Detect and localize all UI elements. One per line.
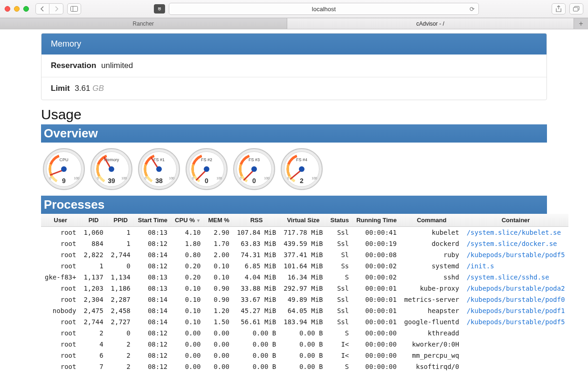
limit-value: 3.61 xyxy=(75,84,90,93)
process-table: UserPIDPPIDStart TimeCPU %MEM %RSSVirtua… xyxy=(41,214,568,375)
address-bar[interactable]: localhost ⟳ xyxy=(169,3,479,15)
column-header[interactable]: PID xyxy=(80,214,107,227)
container-link[interactable]: /system.slice/kubelet.se xyxy=(467,229,561,236)
table-row: root8208:120.000.000.00 B0.00 BI00:00:00… xyxy=(41,372,568,375)
gauge-value: 9 xyxy=(62,177,66,184)
reservation-value: unlimited xyxy=(101,61,133,70)
column-header[interactable]: PPID xyxy=(107,214,134,227)
container-link[interactable]: /kubepods/burstable/podf0 xyxy=(467,296,565,303)
table-row: root1008:120.200.106.85 MiB101.64 MiBSs0… xyxy=(41,260,568,272)
table-row: gke-f83+1,1371,13408:130.200.104.04 MiB1… xyxy=(41,272,568,283)
gauge: 0100FS #42 xyxy=(281,148,323,190)
share-button[interactable] xyxy=(552,3,566,14)
svg-rect-3 xyxy=(574,7,578,11)
container-link[interactable]: /system.slice/sshd.se xyxy=(467,273,549,281)
column-header[interactable]: Command xyxy=(401,214,463,227)
limit-label: Limit xyxy=(51,84,70,93)
limit-unit: GB xyxy=(92,84,104,93)
forward-button[interactable] xyxy=(49,3,63,14)
gauge: 0100FS #20 xyxy=(186,148,228,190)
svg-rect-0 xyxy=(71,7,78,12)
gauge: 0100FS #30 xyxy=(233,148,275,190)
table-row: root884108:121.801.7063.83 MiB439.59 MiB… xyxy=(41,238,568,249)
tab-bar: Rancher cAdvisor - / + xyxy=(0,18,588,29)
gauge: 0100CPU9 xyxy=(43,148,85,190)
container-link[interactable]: /system.slice/docker.se xyxy=(467,240,557,247)
window-controls xyxy=(5,6,29,12)
zoom-window-button[interactable] xyxy=(23,6,29,12)
container-link[interactable]: /kubepods/burstable/poda2 xyxy=(467,285,565,292)
tab-label: cAdvisor - / xyxy=(416,20,444,27)
container-link[interactable]: /kubepods/burstable/podf5 xyxy=(467,251,565,259)
close-window-button[interactable] xyxy=(5,6,10,12)
reservation-label: Reservation xyxy=(51,61,96,70)
minimize-window-button[interactable] xyxy=(14,6,20,12)
back-button[interactable] xyxy=(35,3,49,14)
reload-icon[interactable]: ⟳ xyxy=(470,6,475,13)
table-row: root2,8222,74408:140.802.0074.31 MiB377.… xyxy=(41,249,568,260)
column-header[interactable]: User xyxy=(41,214,80,227)
gauge-value: 0 xyxy=(205,177,208,184)
reservation-row: Reservation unlimited xyxy=(42,55,546,77)
container-link[interactable]: /kubepods/burstable/podf1 xyxy=(467,307,565,314)
gauges-row: 0100CPU90100Memory390100FS #1380100FS #2… xyxy=(41,143,547,196)
gauge-label: FS #4 xyxy=(296,157,307,162)
tab-label: Rancher xyxy=(133,20,154,27)
gauge-value: 39 xyxy=(108,177,115,184)
gauge: 0100Memory39 xyxy=(90,148,132,190)
tabs-button[interactable] xyxy=(569,3,583,14)
table-row: nobody2,4752,45808:140.101.2045.27 MiB64… xyxy=(41,305,568,316)
table-row: root2,3042,28708:140.100.9033.67 MiB49.8… xyxy=(41,294,568,305)
memory-panel: Memory Reservation unlimited Limit 3.61 … xyxy=(41,33,547,100)
new-tab-button[interactable]: + xyxy=(574,18,588,29)
column-header[interactable]: MEM % xyxy=(204,214,233,227)
tab-rancher[interactable]: Rancher xyxy=(0,18,287,29)
usage-heading: Usage xyxy=(41,107,547,123)
column-header[interactable]: RSS xyxy=(233,214,280,227)
table-row: root1,060108:134.102.90107.84 MiB717.78 … xyxy=(41,227,568,239)
table-row: root2008:120.000.000.00 B0.00 BS00:00:00… xyxy=(41,327,568,339)
gauge: 0100FS #138 xyxy=(138,148,180,190)
processes-heading: Processes xyxy=(41,196,547,214)
browser-chrome: ⛨ localhost ⟳ Rancher cAdvisor - / + xyxy=(0,0,588,29)
gauge-value: 0 xyxy=(252,177,256,184)
overview-heading: Overview xyxy=(41,124,547,143)
table-row: root2,7442,72708:140.101.5056.61 MiB183.… xyxy=(41,316,568,327)
url-text: localhost xyxy=(312,6,336,13)
column-header[interactable]: Start Time xyxy=(134,214,171,227)
gauge-label: CPU xyxy=(59,157,68,162)
gauge-label: FS #3 xyxy=(249,157,260,162)
table-row: root6208:120.000.000.00 B0.00 BI<00:00:0… xyxy=(41,350,568,361)
column-header[interactable]: Status xyxy=(327,214,353,227)
tab-cadvisor[interactable]: cAdvisor - / xyxy=(287,18,574,29)
gauge-label: FS #1 xyxy=(153,157,165,162)
column-header[interactable]: Container xyxy=(463,214,569,227)
sidebar-toggle-button[interactable] xyxy=(67,3,81,14)
table-row: root7208:120.000.000.00 B0.00 BS00:00:00… xyxy=(41,361,568,372)
gauge-value: 2 xyxy=(300,177,304,184)
content-blocker-icon[interactable]: ⛨ xyxy=(154,4,165,14)
column-header[interactable]: Virtual Size xyxy=(280,214,326,227)
container-link[interactable]: /init.s xyxy=(467,262,494,270)
limit-row: Limit 3.61 GB xyxy=(42,77,546,100)
column-header[interactable]: Running Time xyxy=(353,214,400,227)
memory-panel-header[interactable]: Memory xyxy=(42,34,546,55)
table-row: root1,2031,18608:130.100.9033.88 MiB292.… xyxy=(41,283,568,294)
column-header[interactable]: CPU % xyxy=(171,214,204,227)
gauge-label: FS #2 xyxy=(201,157,212,162)
container-link[interactable]: /kubepods/burstable/podf5 xyxy=(467,318,565,326)
table-row: root4208:120.000.000.00 B0.00 BI<00:00:0… xyxy=(41,339,568,350)
gauge-value: 38 xyxy=(155,177,163,184)
